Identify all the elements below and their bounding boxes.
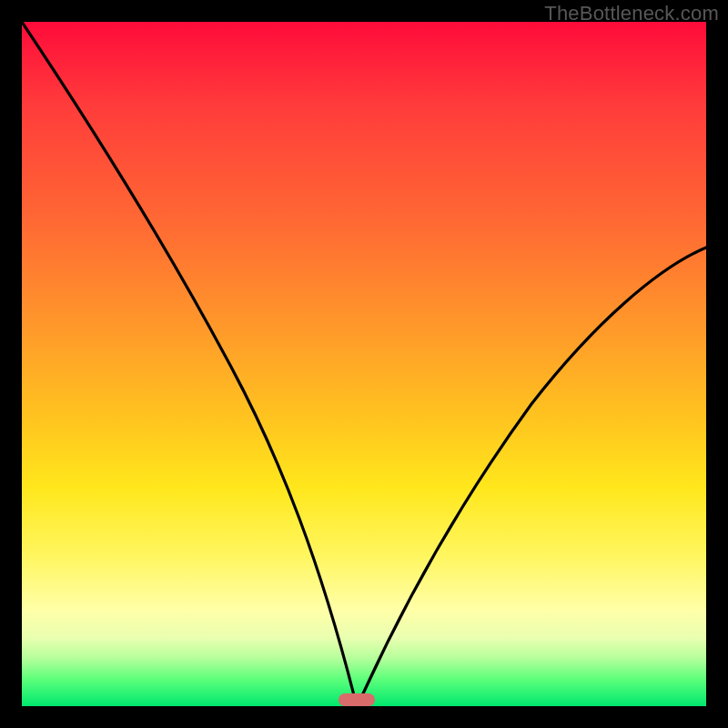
chart-frame: TheBottleneck.com	[0, 0, 728, 728]
plot-area	[22, 22, 706, 706]
minimum-marker	[339, 693, 375, 706]
bottleneck-curve	[22, 22, 706, 706]
